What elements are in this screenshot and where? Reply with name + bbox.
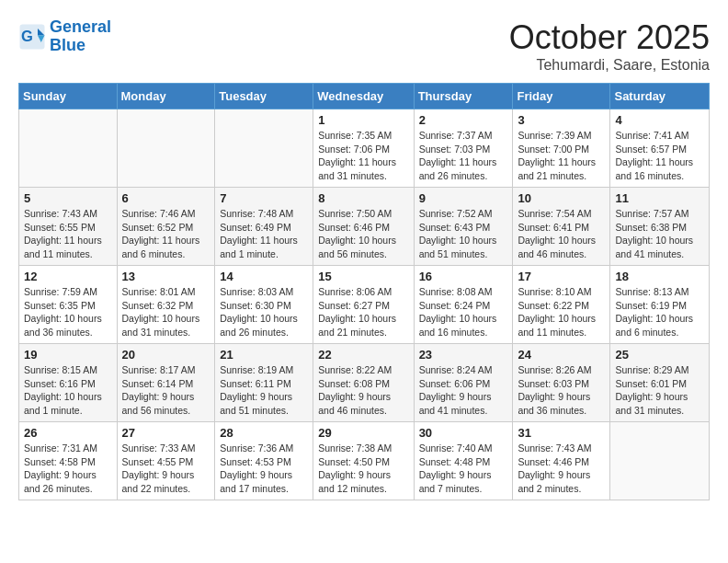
day-number: 25 [615, 348, 704, 362]
week-row-4: 19Sunrise: 8:15 AM Sunset: 6:16 PM Dayli… [19, 344, 710, 422]
day-cell: 23Sunrise: 8:24 AM Sunset: 6:06 PM Dayli… [414, 344, 513, 422]
day-cell: 5Sunrise: 7:43 AM Sunset: 6:55 PM Daylig… [19, 188, 118, 266]
weekday-header-thursday: Thursday [414, 84, 513, 109]
logo-general: General [50, 17, 111, 36]
title-block: October 2025 Tehumardi, Saare, Estonia [509, 18, 710, 74]
day-cell: 16Sunrise: 8:08 AM Sunset: 6:24 PM Dayli… [414, 266, 513, 344]
day-number: 22 [318, 348, 408, 362]
logo-blue: Blue [50, 36, 85, 54]
day-info: Sunrise: 8:03 AM Sunset: 6:30 PM Dayligh… [220, 285, 308, 339]
day-info: Sunrise: 7:36 AM Sunset: 4:53 PM Dayligh… [220, 442, 308, 496]
day-number: 5 [24, 191, 112, 205]
day-info: Sunrise: 7:48 AM Sunset: 6:49 PM Dayligh… [220, 207, 308, 261]
week-row-3: 12Sunrise: 7:59 AM Sunset: 6:35 PM Dayli… [19, 266, 710, 344]
day-info: Sunrise: 8:08 AM Sunset: 6:24 PM Dayligh… [419, 285, 508, 339]
day-number: 26 [24, 426, 112, 440]
day-number: 30 [419, 426, 508, 440]
weekday-header-sunday: Sunday [19, 84, 118, 109]
day-number: 17 [518, 270, 605, 283]
day-cell: 8Sunrise: 7:50 AM Sunset: 6:46 PM Daylig… [313, 188, 414, 266]
day-info: Sunrise: 8:17 AM Sunset: 6:14 PM Dayligh… [122, 363, 210, 418]
day-info: Sunrise: 7:52 AM Sunset: 6:43 PM Dayligh… [419, 207, 508, 261]
day-info: Sunrise: 7:43 AM Sunset: 6:55 PM Dayligh… [24, 207, 112, 261]
logo-text: General Blue [50, 18, 111, 55]
day-number: 16 [419, 270, 508, 283]
day-cell: 1Sunrise: 7:35 AM Sunset: 7:06 PM Daylig… [313, 109, 414, 188]
day-cell: 25Sunrise: 8:29 AM Sunset: 6:01 PM Dayli… [610, 344, 710, 422]
day-cell: 2Sunrise: 7:37 AM Sunset: 7:03 PM Daylig… [414, 109, 513, 188]
day-cell: 31Sunrise: 7:43 AM Sunset: 4:46 PM Dayli… [513, 422, 610, 500]
day-number: 20 [122, 348, 210, 362]
day-number: 18 [615, 270, 704, 283]
day-cell: 9Sunrise: 7:52 AM Sunset: 6:43 PM Daylig… [414, 188, 513, 266]
day-info: Sunrise: 7:46 AM Sunset: 6:52 PM Dayligh… [122, 207, 210, 261]
day-number: 31 [518, 426, 605, 440]
day-number: 6 [122, 191, 210, 205]
day-cell: 29Sunrise: 7:38 AM Sunset: 4:50 PM Dayli… [313, 422, 414, 500]
day-cell: 30Sunrise: 7:40 AM Sunset: 4:48 PM Dayli… [414, 422, 513, 500]
day-cell: 13Sunrise: 8:01 AM Sunset: 6:32 PM Dayli… [117, 266, 215, 344]
day-info: Sunrise: 8:15 AM Sunset: 6:16 PM Dayligh… [24, 363, 112, 418]
day-number: 14 [220, 270, 308, 283]
day-cell: 20Sunrise: 8:17 AM Sunset: 6:14 PM Dayli… [117, 344, 215, 422]
day-info: Sunrise: 8:22 AM Sunset: 6:08 PM Dayligh… [318, 363, 408, 418]
week-row-5: 26Sunrise: 7:31 AM Sunset: 4:58 PM Dayli… [19, 422, 710, 500]
day-info: Sunrise: 8:13 AM Sunset: 6:19 PM Dayligh… [615, 285, 704, 339]
day-number: 10 [518, 191, 605, 205]
day-cell: 3Sunrise: 7:39 AM Sunset: 7:00 PM Daylig… [513, 109, 610, 188]
weekday-header-tuesday: Tuesday [215, 84, 313, 109]
day-cell [215, 109, 313, 188]
day-number: 29 [318, 426, 408, 440]
day-info: Sunrise: 7:54 AM Sunset: 6:41 PM Dayligh… [518, 207, 605, 261]
day-info: Sunrise: 8:24 AM Sunset: 6:06 PM Dayligh… [419, 363, 508, 418]
svg-text:G: G [21, 27, 33, 43]
day-number: 9 [419, 191, 508, 205]
day-cell: 28Sunrise: 7:36 AM Sunset: 4:53 PM Dayli… [215, 422, 313, 500]
day-number: 2 [419, 113, 508, 127]
day-cell [117, 109, 215, 188]
calendar-table: SundayMondayTuesdayWednesdayThursdayFrid… [18, 83, 710, 500]
day-info: Sunrise: 8:06 AM Sunset: 6:27 PM Dayligh… [318, 285, 408, 339]
day-cell: 10Sunrise: 7:54 AM Sunset: 6:41 PM Dayli… [513, 188, 610, 266]
day-number: 13 [122, 270, 210, 283]
day-cell: 11Sunrise: 7:57 AM Sunset: 6:38 PM Dayli… [610, 188, 710, 266]
day-number: 28 [220, 426, 308, 440]
day-info: Sunrise: 7:43 AM Sunset: 4:46 PM Dayligh… [518, 442, 605, 496]
day-number: 11 [615, 191, 704, 205]
day-number: 23 [419, 348, 508, 362]
day-number: 8 [318, 191, 408, 205]
day-number: 7 [220, 191, 308, 205]
day-number: 21 [220, 348, 308, 362]
day-cell: 17Sunrise: 8:10 AM Sunset: 6:22 PM Dayli… [513, 266, 610, 344]
logo-icon: G [18, 23, 46, 51]
weekday-header-friday: Friday [513, 84, 610, 109]
day-cell: 19Sunrise: 8:15 AM Sunset: 6:16 PM Dayli… [19, 344, 118, 422]
day-info: Sunrise: 7:33 AM Sunset: 4:55 PM Dayligh… [122, 442, 210, 496]
day-cell: 26Sunrise: 7:31 AM Sunset: 4:58 PM Dayli… [19, 422, 118, 500]
page-header: G General Blue October 2025 Tehumardi, S… [18, 18, 710, 74]
day-cell: 27Sunrise: 7:33 AM Sunset: 4:55 PM Dayli… [117, 422, 215, 500]
day-info: Sunrise: 7:41 AM Sunset: 6:57 PM Dayligh… [615, 129, 704, 183]
day-info: Sunrise: 7:40 AM Sunset: 4:48 PM Dayligh… [419, 442, 508, 496]
day-info: Sunrise: 7:31 AM Sunset: 4:58 PM Dayligh… [24, 442, 112, 496]
day-number: 27 [122, 426, 210, 440]
day-info: Sunrise: 8:29 AM Sunset: 6:01 PM Dayligh… [615, 363, 704, 418]
day-number: 19 [24, 348, 112, 362]
day-info: Sunrise: 8:19 AM Sunset: 6:11 PM Dayligh… [220, 363, 308, 418]
day-info: Sunrise: 7:35 AM Sunset: 7:06 PM Dayligh… [318, 129, 408, 183]
week-row-1: 1Sunrise: 7:35 AM Sunset: 7:06 PM Daylig… [19, 109, 710, 188]
day-number: 4 [615, 113, 704, 127]
day-number: 12 [24, 270, 112, 283]
day-info: Sunrise: 7:37 AM Sunset: 7:03 PM Dayligh… [419, 129, 508, 183]
day-cell: 12Sunrise: 7:59 AM Sunset: 6:35 PM Dayli… [19, 266, 118, 344]
location: Tehumardi, Saare, Estonia [509, 57, 710, 74]
day-cell: 24Sunrise: 8:26 AM Sunset: 6:03 PM Dayli… [513, 344, 610, 422]
day-info: Sunrise: 7:59 AM Sunset: 6:35 PM Dayligh… [24, 285, 112, 339]
day-info: Sunrise: 8:10 AM Sunset: 6:22 PM Dayligh… [518, 285, 605, 339]
week-row-2: 5Sunrise: 7:43 AM Sunset: 6:55 PM Daylig… [19, 188, 710, 266]
day-cell: 22Sunrise: 8:22 AM Sunset: 6:08 PM Dayli… [313, 344, 414, 422]
weekday-header-saturday: Saturday [610, 84, 710, 109]
day-cell: 4Sunrise: 7:41 AM Sunset: 6:57 PM Daylig… [610, 109, 710, 188]
day-info: Sunrise: 8:26 AM Sunset: 6:03 PM Dayligh… [518, 363, 605, 418]
day-number: 1 [318, 113, 408, 127]
